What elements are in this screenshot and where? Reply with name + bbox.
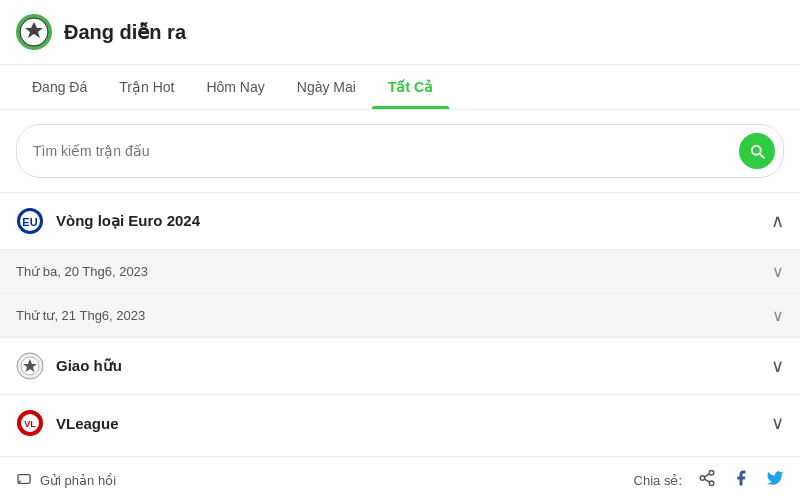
share-facebook-button[interactable] (732, 469, 750, 491)
header: Đang diễn ra (0, 0, 800, 65)
date-label-0: Thứ ba, 20 Thg6, 2023 (16, 264, 148, 279)
svg-text:VL: VL (24, 419, 36, 429)
search-input[interactable] (33, 143, 739, 159)
share-twitter-button[interactable] (766, 469, 784, 491)
svg-line-18 (704, 479, 709, 482)
svg-line-19 (704, 474, 709, 477)
feedback-label: Gửi phản hồi (40, 473, 116, 488)
tab-tat-ca[interactable]: Tất Cả (372, 65, 449, 109)
svg-point-16 (700, 476, 705, 481)
tab-hom-nay[interactable]: Hôm Nay (190, 65, 280, 109)
tab-ngay-mai[interactable]: Ngày Mai (281, 65, 372, 109)
share-section: Chia sẻ: (634, 469, 784, 491)
date-chevron-0: ∨ (772, 262, 784, 281)
league-giao-huu-header[interactable]: Giao hữu ∨ (0, 338, 800, 394)
share-generic-button[interactable] (698, 469, 716, 491)
league-vleague: VL VLeague ∨ (0, 394, 800, 451)
share-label: Chia sẻ: (634, 473, 682, 488)
league-vleague-chevron: ∨ (771, 412, 784, 434)
svg-text:EU: EU (22, 216, 37, 228)
date-chevron-1: ∨ (772, 306, 784, 325)
feedback-icon (16, 472, 32, 488)
tab-tran-hot[interactable]: Trận Hot (103, 65, 190, 109)
league-euro2024-chevron: ∧ (771, 210, 784, 232)
league-vleague-name: VLeague (56, 415, 771, 432)
league-giao-huu-icon (16, 352, 44, 380)
date-row-0[interactable]: Thứ ba, 20 Thg6, 2023 ∨ (0, 249, 800, 293)
league-giao-huu-name: Giao hữu (56, 357, 771, 375)
league-euro2024-name: Vòng loại Euro 2024 (56, 212, 771, 230)
search-icon (748, 142, 766, 160)
league-vleague-header[interactable]: VL VLeague ∨ (0, 395, 800, 451)
league-giao-huu: Giao hữu ∨ (0, 337, 800, 394)
date-row-1[interactable]: Thứ tư, 21 Thg6, 2023 ∨ (0, 293, 800, 337)
date-label-1: Thứ tư, 21 Thg6, 2023 (16, 308, 145, 323)
svg-point-17 (709, 481, 714, 486)
app-logo (16, 14, 52, 50)
league-giao-huu-chevron: ∨ (771, 355, 784, 377)
league-euro2024: EU Vòng loại Euro 2024 ∧ Thứ ba, 20 Thg6… (0, 192, 800, 337)
search-container (0, 110, 800, 192)
search-bar (16, 124, 784, 178)
nav-tabs: Đang Đá Trận Hot Hôm Nay Ngày Mai Tất Cả (0, 65, 800, 110)
page-title: Đang diễn ra (64, 20, 186, 44)
footer: Gửi phản hồi Chia sẻ: (0, 456, 800, 503)
league-euro2024-icon: EU (16, 207, 44, 235)
league-vleague-icon: VL (16, 409, 44, 437)
search-button[interactable] (739, 133, 775, 169)
svg-point-15 (709, 471, 714, 476)
feedback-button[interactable]: Gửi phản hồi (16, 472, 116, 488)
league-euro2024-header[interactable]: EU Vòng loại Euro 2024 ∧ (0, 193, 800, 249)
tab-dang-da[interactable]: Đang Đá (16, 65, 103, 109)
